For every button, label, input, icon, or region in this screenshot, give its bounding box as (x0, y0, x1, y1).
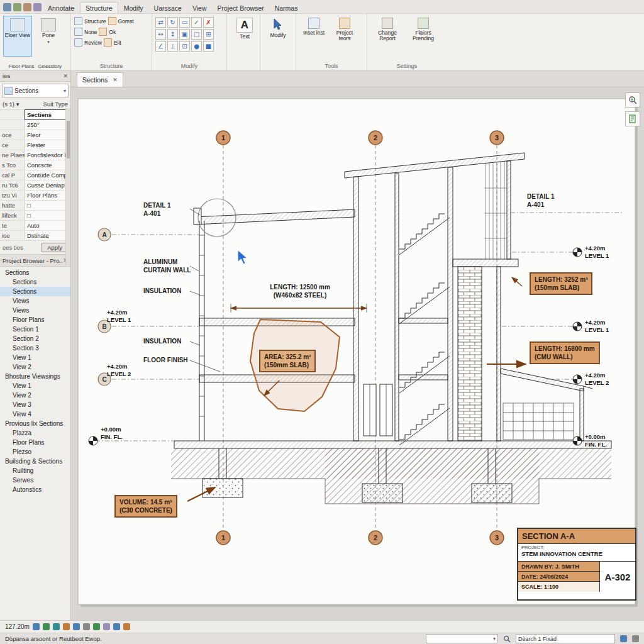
tree-item[interactable]: Views (0, 296, 70, 306)
prop-value[interactable]: Dstinate (25, 231, 70, 240)
project-teors-button[interactable]: Project teors (330, 16, 359, 55)
angle-icon[interactable]: ∠ (155, 41, 166, 52)
pone-button[interactable]: Pone ▾ (34, 16, 63, 57)
structure-button[interactable]: Structure Gomst (74, 16, 148, 26)
ortho-toggle-icon[interactable] (53, 623, 60, 630)
tab-view[interactable]: View (187, 3, 212, 13)
prop-value[interactable]: Floor Plans (25, 191, 70, 200)
swap-icon[interactable]: ⇄ (155, 17, 166, 28)
inset-inst-button[interactable]: Inset inst (299, 16, 328, 55)
sun-toggle-icon[interactable] (93, 623, 100, 630)
tree-item[interactable]: Ruilting (0, 466, 70, 475)
finish-check-icon[interactable]: ✓ (191, 17, 202, 28)
change-report-button[interactable]: Change Report (370, 16, 404, 55)
prop-checkbox[interactable]: □ (25, 211, 70, 220)
type-selector[interactable]: Sections ▾ (2, 84, 69, 97)
tree-item[interactable]: Sections (0, 268, 70, 277)
tree-item[interactable]: View 2 (0, 391, 70, 400)
tab-narmas[interactable]: Narmas (270, 3, 303, 13)
link-icon[interactable] (113, 623, 120, 630)
grid-bubble-2-bottom[interactable]: 2 (374, 534, 377, 541)
properties-scrollbar[interactable] (65, 108, 70, 265)
prop-value[interactable]: Cusse Deniap (25, 180, 70, 190)
grid-bubble-3-bottom[interactable]: 3 (495, 534, 499, 541)
prop-value[interactable]: Contüde Comp (25, 170, 70, 180)
close-icon[interactable]: ✕ (113, 77, 118, 83)
editable-only-icon[interactable] (620, 635, 627, 642)
status-search-input[interactable] (516, 634, 615, 643)
celesstory-caption[interactable]: Celesstory (38, 64, 62, 69)
tree-item[interactable]: Bhosture Viewsings (0, 372, 70, 381)
prop-value[interactable]: Auto (25, 221, 70, 230)
move-h-icon[interactable]: ↔ (155, 29, 166, 40)
cancel-x-icon[interactable]: ✗ (203, 17, 214, 28)
tree-item[interactable]: Floor Plans (0, 438, 70, 447)
prop-value[interactable]: 250° (25, 120, 70, 130)
row-bubble-a[interactable]: A (102, 231, 106, 238)
tree-item[interactable]: Views (0, 306, 70, 315)
prop-value[interactable]: Flester (25, 140, 70, 150)
filter-icon[interactable] (123, 623, 130, 630)
tree-item-selected[interactable]: Sections (0, 287, 70, 296)
split-icon[interactable]: ⊞ (203, 29, 214, 40)
slab-length-note[interactable]: LENGTH: 3252 m³(150mm SLAB) (530, 272, 592, 295)
tab-structure[interactable]: Structure (80, 2, 118, 13)
prop-value[interactable]: Foncfislesdor F (25, 150, 70, 160)
tree-item[interactable]: View 3 (0, 400, 70, 409)
zoom-button[interactable] (625, 92, 640, 108)
move-v-icon[interactable]: ↕ (167, 29, 178, 40)
tree-item[interactable]: View 4 (0, 409, 70, 419)
prop-value[interactable]: Concscte (25, 160, 70, 170)
workset-dropdown[interactable]: ▾ (426, 634, 498, 643)
reveal-toggle-icon[interactable] (83, 623, 90, 630)
tab-annotate[interactable]: Annotate (43, 3, 79, 13)
cmu-length-note[interactable]: LENGTH: 16800 mm(CMU WALL) (530, 341, 600, 364)
tab-project-browser[interactable]: Project Browser (213, 3, 269, 13)
app-menu-icon[interactable] (3, 3, 11, 11)
eloer-view-button[interactable]: Eloer View (3, 16, 32, 57)
save-icon[interactable] (13, 3, 21, 11)
grid-bubble-1-bottom[interactable]: 1 (221, 534, 225, 541)
trim-icon[interactable]: ⊡ (179, 41, 190, 52)
text-button[interactable]: A Text (230, 16, 259, 55)
fill-icon[interactable]: ■ (203, 41, 214, 52)
tree-item[interactable]: Section 1 (0, 325, 70, 334)
volume-note[interactable]: VOLUME: 14.5 m³(C30 CONCRETE) (114, 495, 177, 518)
print-icon[interactable] (23, 3, 31, 11)
tree-item[interactable]: Plezso (0, 447, 70, 457)
prop-value[interactable]: Sectiens (25, 109, 70, 120)
apply-button[interactable]: Apply (42, 243, 68, 252)
grid-bubble-1[interactable]: 1 (221, 134, 225, 142)
edit-type-button[interactable]: Suit Type (43, 101, 68, 108)
selection-count[interactable]: (s 1) ▾ (3, 101, 19, 108)
tree-item[interactable]: Sections (0, 277, 70, 287)
prop-value[interactable]: Fleor (25, 130, 70, 140)
row-bubble-c[interactable]: C (102, 376, 106, 383)
floor-plans-caption[interactable]: Floor Plans (9, 64, 34, 69)
tree-item[interactable]: View 1 (0, 353, 70, 362)
tab-uarssace[interactable]: Uarssace (149, 3, 187, 13)
crop-toggle-icon[interactable] (63, 623, 70, 630)
prop-checkbox[interactable]: □ (25, 201, 70, 210)
undo-icon[interactable] (33, 3, 42, 11)
sheet-export-button[interactable] (625, 111, 640, 126)
sees-ties-link[interactable]: ees ties (3, 244, 23, 251)
snap-toggle-icon[interactable] (43, 623, 50, 630)
tree-item[interactable]: Plazza (0, 428, 70, 438)
tab-modify[interactable]: Modify (119, 3, 148, 13)
review-button[interactable]: Review Eiit (74, 37, 148, 48)
box-icon[interactable]: □ (191, 29, 202, 40)
tree-item[interactable]: Provious lix Sections (0, 419, 70, 428)
rotate-icon[interactable]: ↻ (167, 17, 178, 28)
worksets-icon[interactable] (103, 623, 110, 630)
array-icon[interactable]: ▣ (179, 29, 190, 40)
tree-item[interactable]: Section 3 (0, 343, 70, 353)
tree-item[interactable]: Floor Plans (0, 315, 70, 325)
select-settings-icon[interactable] (632, 635, 639, 642)
shadow-toggle-icon[interactable] (73, 623, 80, 630)
tree-item[interactable]: Builsding & Sections (0, 457, 70, 466)
grid-bubble-3[interactable]: 3 (495, 134, 499, 142)
view-tab-sections[interactable]: Sections ✕ (77, 72, 123, 87)
grid-bubble-2[interactable]: 2 (374, 134, 377, 142)
modify-tool-button[interactable]: Modify (264, 16, 292, 55)
